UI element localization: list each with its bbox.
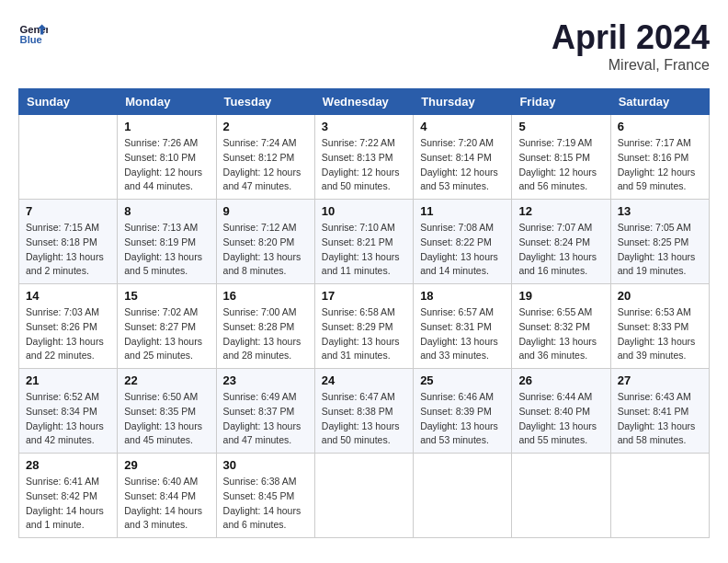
calendar-cell bbox=[314, 454, 413, 538]
day-number: 19 bbox=[518, 289, 603, 303]
day-detail: Sunrise: 7:22 AMSunset: 8:13 PMDaylight:… bbox=[322, 136, 406, 194]
calendar-cell: 27Sunrise: 6:43 AMSunset: 8:41 PMDayligh… bbox=[610, 369, 709, 454]
svg-text:General: General bbox=[20, 24, 48, 35]
calendar-cell: 21Sunrise: 6:52 AMSunset: 8:34 PMDayligh… bbox=[19, 369, 118, 454]
calendar-week-1: 1Sunrise: 7:26 AMSunset: 8:10 PMDaylight… bbox=[19, 115, 710, 200]
day-number: 28 bbox=[26, 458, 110, 472]
day-detail: Sunrise: 6:55 AMSunset: 8:32 PMDaylight:… bbox=[518, 305, 603, 363]
day-number: 18 bbox=[420, 289, 505, 303]
calendar-cell: 7Sunrise: 7:15 AMSunset: 8:18 PMDaylight… bbox=[19, 200, 118, 284]
day-number: 5 bbox=[518, 120, 603, 133]
calendar-cell bbox=[19, 115, 118, 200]
calendar-cell: 3Sunrise: 7:22 AMSunset: 8:13 PMDaylight… bbox=[314, 115, 413, 200]
calendar-cell: 17Sunrise: 6:58 AMSunset: 8:29 PMDayligh… bbox=[314, 284, 413, 369]
day-detail: Sunrise: 6:52 AMSunset: 8:34 PMDaylight:… bbox=[26, 390, 110, 448]
calendar-cell: 1Sunrise: 7:26 AMSunset: 8:10 PMDaylight… bbox=[118, 115, 216, 200]
calendar-week-4: 21Sunrise: 6:52 AMSunset: 8:34 PMDayligh… bbox=[19, 369, 710, 454]
day-number: 7 bbox=[26, 204, 110, 218]
day-detail: Sunrise: 7:15 AMSunset: 8:18 PMDaylight:… bbox=[26, 221, 110, 279]
col-header-sunday: Sunday bbox=[19, 89, 118, 115]
col-header-tuesday: Tuesday bbox=[216, 89, 314, 115]
day-number: 25 bbox=[420, 373, 505, 387]
day-detail: Sunrise: 7:00 AMSunset: 8:28 PMDaylight:… bbox=[223, 305, 308, 363]
calendar-cell: 15Sunrise: 7:02 AMSunset: 8:27 PMDayligh… bbox=[118, 284, 216, 369]
day-detail: Sunrise: 7:07 AMSunset: 8:24 PMDaylight:… bbox=[518, 221, 603, 279]
day-number: 24 bbox=[322, 373, 406, 387]
calendar-cell: 30Sunrise: 6:38 AMSunset: 8:45 PMDayligh… bbox=[216, 454, 314, 538]
calendar-cell: 28Sunrise: 6:41 AMSunset: 8:42 PMDayligh… bbox=[19, 454, 118, 538]
day-detail: Sunrise: 6:53 AMSunset: 8:33 PMDaylight:… bbox=[618, 305, 702, 363]
day-detail: Sunrise: 7:10 AMSunset: 8:21 PMDaylight:… bbox=[322, 221, 406, 279]
day-detail: Sunrise: 6:50 AMSunset: 8:35 PMDaylight:… bbox=[124, 390, 209, 448]
day-detail: Sunrise: 6:44 AMSunset: 8:40 PMDaylight:… bbox=[518, 390, 603, 448]
day-number: 1 bbox=[124, 120, 209, 133]
day-detail: Sunrise: 6:43 AMSunset: 8:41 PMDaylight:… bbox=[618, 390, 702, 448]
svg-text:Blue: Blue bbox=[20, 34, 42, 45]
day-detail: Sunrise: 7:24 AMSunset: 8:12 PMDaylight:… bbox=[223, 136, 308, 194]
day-detail: Sunrise: 7:17 AMSunset: 8:16 PMDaylight:… bbox=[618, 136, 702, 194]
day-number: 3 bbox=[322, 120, 406, 133]
calendar-week-5: 28Sunrise: 6:41 AMSunset: 8:42 PMDayligh… bbox=[19, 454, 710, 538]
day-detail: Sunrise: 7:02 AMSunset: 8:27 PMDaylight:… bbox=[124, 305, 209, 363]
calendar-header-row: SundayMondayTuesdayWednesdayThursdayFrid… bbox=[19, 89, 710, 115]
day-number: 2 bbox=[223, 120, 308, 133]
calendar-week-3: 14Sunrise: 7:03 AMSunset: 8:26 PMDayligh… bbox=[19, 284, 710, 369]
calendar-cell: 13Sunrise: 7:05 AMSunset: 8:25 PMDayligh… bbox=[610, 200, 709, 284]
day-detail: Sunrise: 6:47 AMSunset: 8:38 PMDaylight:… bbox=[322, 390, 406, 448]
day-detail: Sunrise: 7:12 AMSunset: 8:20 PMDaylight:… bbox=[223, 221, 308, 279]
day-detail: Sunrise: 6:57 AMSunset: 8:31 PMDaylight:… bbox=[420, 305, 505, 363]
day-number: 10 bbox=[322, 204, 406, 218]
logo-icon: General Blue bbox=[18, 18, 48, 48]
day-number: 15 bbox=[124, 289, 209, 303]
day-detail: Sunrise: 6:58 AMSunset: 8:29 PMDaylight:… bbox=[322, 305, 406, 363]
calendar-cell: 11Sunrise: 7:08 AMSunset: 8:22 PMDayligh… bbox=[414, 200, 512, 284]
calendar-cell: 4Sunrise: 7:20 AMSunset: 8:14 PMDaylight… bbox=[414, 115, 512, 200]
col-header-saturday: Saturday bbox=[610, 89, 709, 115]
calendar-cell: 16Sunrise: 7:00 AMSunset: 8:28 PMDayligh… bbox=[216, 284, 314, 369]
calendar-cell: 6Sunrise: 7:17 AMSunset: 8:16 PMDaylight… bbox=[610, 115, 709, 200]
calendar-cell: 5Sunrise: 7:19 AMSunset: 8:15 PMDaylight… bbox=[512, 115, 610, 200]
day-detail: Sunrise: 6:38 AMSunset: 8:45 PMDaylight:… bbox=[223, 475, 308, 533]
col-header-wednesday: Wednesday bbox=[314, 89, 413, 115]
day-number: 12 bbox=[518, 204, 603, 218]
day-number: 23 bbox=[223, 373, 308, 387]
month-title: April 2024 bbox=[552, 18, 710, 57]
title-block: April 2024 Mireval, France bbox=[552, 18, 710, 74]
calendar-cell: 22Sunrise: 6:50 AMSunset: 8:35 PMDayligh… bbox=[118, 369, 216, 454]
logo: General Blue bbox=[18, 18, 48, 48]
calendar-cell: 10Sunrise: 7:10 AMSunset: 8:21 PMDayligh… bbox=[314, 200, 413, 284]
day-detail: Sunrise: 7:08 AMSunset: 8:22 PMDaylight:… bbox=[420, 221, 505, 279]
col-header-friday: Friday bbox=[512, 89, 610, 115]
day-number: 26 bbox=[518, 373, 603, 387]
day-detail: Sunrise: 7:19 AMSunset: 8:15 PMDaylight:… bbox=[518, 136, 603, 194]
calendar-cell: 20Sunrise: 6:53 AMSunset: 8:33 PMDayligh… bbox=[610, 284, 709, 369]
day-detail: Sunrise: 6:41 AMSunset: 8:42 PMDaylight:… bbox=[26, 475, 110, 533]
day-number: 22 bbox=[124, 373, 209, 387]
calendar-cell: 9Sunrise: 7:12 AMSunset: 8:20 PMDaylight… bbox=[216, 200, 314, 284]
calendar-cell: 29Sunrise: 6:40 AMSunset: 8:44 PMDayligh… bbox=[118, 454, 216, 538]
calendar-cell: 8Sunrise: 7:13 AMSunset: 8:19 PMDaylight… bbox=[118, 200, 216, 284]
calendar-cell bbox=[414, 454, 512, 538]
day-detail: Sunrise: 6:46 AMSunset: 8:39 PMDaylight:… bbox=[420, 390, 505, 448]
day-number: 4 bbox=[420, 120, 505, 133]
calendar-cell: 23Sunrise: 6:49 AMSunset: 8:37 PMDayligh… bbox=[216, 369, 314, 454]
day-number: 8 bbox=[124, 204, 209, 218]
day-detail: Sunrise: 6:40 AMSunset: 8:44 PMDaylight:… bbox=[124, 475, 209, 533]
calendar-cell: 19Sunrise: 6:55 AMSunset: 8:32 PMDayligh… bbox=[512, 284, 610, 369]
calendar-cell: 26Sunrise: 6:44 AMSunset: 8:40 PMDayligh… bbox=[512, 369, 610, 454]
location: Mireval, France bbox=[552, 57, 710, 74]
day-number: 16 bbox=[223, 289, 308, 303]
col-header-monday: Monday bbox=[118, 89, 216, 115]
calendar-cell: 12Sunrise: 7:07 AMSunset: 8:24 PMDayligh… bbox=[512, 200, 610, 284]
day-number: 13 bbox=[618, 204, 702, 218]
day-number: 29 bbox=[124, 458, 209, 472]
day-number: 17 bbox=[322, 289, 406, 303]
calendar-cell: 25Sunrise: 6:46 AMSunset: 8:39 PMDayligh… bbox=[414, 369, 512, 454]
day-detail: Sunrise: 7:13 AMSunset: 8:19 PMDaylight:… bbox=[124, 221, 209, 279]
day-detail: Sunrise: 7:20 AMSunset: 8:14 PMDaylight:… bbox=[420, 136, 505, 194]
day-number: 20 bbox=[618, 289, 702, 303]
day-number: 11 bbox=[420, 204, 505, 218]
calendar-cell: 18Sunrise: 6:57 AMSunset: 8:31 PMDayligh… bbox=[414, 284, 512, 369]
calendar-cell bbox=[512, 454, 610, 538]
calendar-week-2: 7Sunrise: 7:15 AMSunset: 8:18 PMDaylight… bbox=[19, 200, 710, 284]
